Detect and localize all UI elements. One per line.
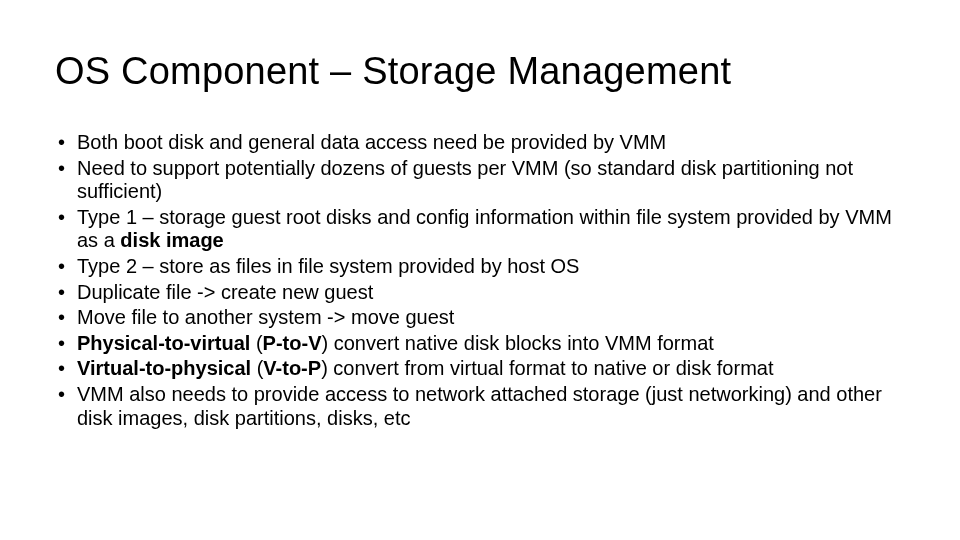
slide: OS Component – Storage Management Both b… <box>0 0 960 540</box>
bullet-text: ( <box>250 332 262 354</box>
bullet-item: Duplicate file -> create new guest <box>55 281 895 305</box>
bullet-item: Type 2 – store as files in file system p… <box>55 255 895 279</box>
bullet-item: Need to support potentially dozens of gu… <box>55 157 895 204</box>
bullet-text: Move file to another system -> move gues… <box>77 306 454 328</box>
bullet-text: ( <box>251 357 263 379</box>
slide-title: OS Component – Storage Management <box>55 50 905 93</box>
bullet-text: ) convert native disk blocks into VMM fo… <box>322 332 714 354</box>
bullet-item: Physical-to-virtual (P-to-V) convert nat… <box>55 332 895 356</box>
bullet-item: VMM also needs to provide access to netw… <box>55 383 895 430</box>
bullet-text: V-to-P <box>263 357 321 379</box>
bullet-text: Physical-to-virtual <box>77 332 250 354</box>
bullet-text: Both boot disk and general data access n… <box>77 131 666 153</box>
bullet-item: Move file to another system -> move gues… <box>55 306 895 330</box>
bullet-text: VMM also needs to provide access to netw… <box>77 383 882 429</box>
bullet-item: Type 1 – storage guest root disks and co… <box>55 206 895 253</box>
bullet-text: Virtual-to-physical <box>77 357 251 379</box>
bullet-text: Duplicate file -> create new guest <box>77 281 373 303</box>
bullet-list: Both boot disk and general data access n… <box>55 131 905 430</box>
bullet-text: Need to support potentially dozens of gu… <box>77 157 853 203</box>
bullet-text: Type 2 – store as files in file system p… <box>77 255 579 277</box>
bullet-text: disk image <box>120 229 223 251</box>
bullet-item: Virtual-to-physical (V-to-P) convert fro… <box>55 357 895 381</box>
bullet-text: P-to-V <box>263 332 322 354</box>
bullet-item: Both boot disk and general data access n… <box>55 131 895 155</box>
bullet-text: ) convert from virtual format to native … <box>321 357 773 379</box>
